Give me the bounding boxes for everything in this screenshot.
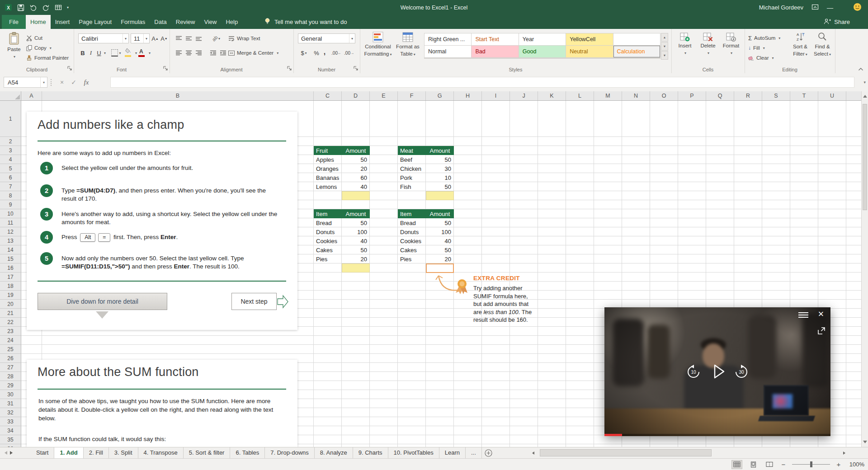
borders-button[interactable]: ▾	[110, 48, 123, 58]
column-header-F[interactable]: F	[398, 91, 426, 100]
enter-button[interactable]: ✓	[69, 77, 79, 88]
table-cell[interactable]: 60	[342, 173, 370, 182]
accounting-dropdown-icon[interactable]: ▾	[305, 51, 307, 55]
ribbon-tab-review[interactable]: Review	[171, 15, 200, 29]
sheet-tab-start[interactable]: Start	[31, 447, 54, 458]
copy-dropdown-icon[interactable]: ▾	[50, 46, 52, 50]
table-cell[interactable]: Bananas	[314, 173, 342, 182]
new-sheet-button[interactable]	[482, 447, 495, 458]
sheet-tab-1-add[interactable]: 1. Add	[54, 447, 83, 458]
table-cell[interactable]: Cookies	[398, 236, 426, 245]
zoom-percentage[interactable]: 100%	[847, 461, 864, 468]
zoom-slider-thumb[interactable]	[810, 461, 812, 467]
table-header-cell[interactable]: Item	[314, 209, 342, 218]
increase-indent-button[interactable]	[218, 48, 227, 58]
cell-style-blank[interactable]	[613, 33, 660, 45]
yellow-sum-cell-items[interactable]	[342, 263, 370, 273]
vscroll-thumb[interactable]	[863, 104, 867, 210]
sheet-nav-right-icon[interactable]	[5, 447, 17, 458]
video-play-icon[interactable]	[712, 363, 726, 381]
decrease-font-size-button[interactable]: A▼	[160, 33, 169, 43]
font-family-dropdown-icon[interactable]: ▾	[123, 34, 128, 43]
redo-button[interactable]	[42, 4, 50, 11]
borders-dropdown-icon[interactable]: ▾	[119, 51, 121, 55]
font-size-dropdown-icon[interactable]: ▾	[143, 34, 149, 43]
cell-style-bad[interactable]: Bad	[472, 46, 518, 57]
row-header-8[interactable]: 8	[0, 191, 21, 200]
insert-dropdown-icon[interactable]: ▾	[684, 50, 686, 56]
video-menu-icon[interactable]	[798, 312, 809, 320]
table-cell[interactable]: 50	[426, 218, 454, 227]
middle-align-button[interactable]	[184, 33, 193, 43]
column-header-R[interactable]: R	[734, 91, 762, 100]
row-header-34[interactable]: 34	[0, 426, 21, 435]
clipboard-dialog-launcher[interactable]	[67, 66, 72, 71]
save-button[interactable]	[17, 4, 24, 11]
row-header-11[interactable]: 11	[0, 218, 21, 227]
row-header-30[interactable]: 30	[0, 390, 21, 399]
ribbon-tab-page-layout[interactable]: Page Layout	[74, 15, 116, 29]
vertical-scrollbar[interactable]	[861, 91, 868, 447]
cell-style-good[interactable]: Good	[519, 46, 566, 57]
insert-cells-button[interactable]: Insert ▾	[674, 32, 696, 56]
fill-button[interactable]: ↓ Fill ▾	[748, 43, 765, 52]
top-align-button[interactable]	[174, 33, 183, 43]
normal-view-icon[interactable]	[731, 460, 742, 469]
autosum-dropdown-icon[interactable]: ▾	[778, 36, 780, 40]
row-header-10[interactable]: 10	[0, 209, 21, 218]
table-cell[interactable]: Cakes	[314, 245, 342, 254]
table-cell[interactable]: Pies	[314, 254, 342, 263]
table-cell[interactable]: 50	[426, 155, 454, 164]
comma-style-button[interactable]: ,	[321, 47, 328, 57]
table-cell[interactable]: 20	[342, 164, 370, 173]
row-header-28[interactable]: 28	[0, 372, 21, 381]
decrease-decimal-button[interactable]: .00→	[343, 48, 355, 58]
table-cell[interactable]: 20	[342, 254, 370, 263]
table-cell[interactable]: 50	[426, 245, 454, 254]
zoom-in-button[interactable]: +	[835, 461, 842, 468]
page-layout-view-icon[interactable]	[748, 460, 759, 469]
autosum-button[interactable]: Σ AutoSum ▾	[748, 33, 780, 42]
table-cell[interactable]: 40	[342, 236, 370, 245]
number-format-select[interactable]: General ▾	[298, 33, 355, 43]
next-step-button[interactable]: Next step	[231, 293, 277, 310]
row-header-22[interactable]: 22	[0, 318, 21, 327]
row-header-14[interactable]: 14	[0, 245, 21, 254]
ribbon-tab-formulas[interactable]: Formulas	[116, 15, 150, 29]
video-player[interactable]: × 10 30	[604, 307, 830, 436]
bottom-align-button[interactable]	[194, 33, 203, 43]
row-header-26[interactable]: 26	[0, 354, 21, 363]
vscroll-down-icon[interactable]	[862, 441, 868, 443]
user-name[interactable]: Michael Gordeev	[759, 4, 803, 11]
cell-style-start-text[interactable]: Start Text	[472, 33, 518, 45]
yellow-sum-cell-fruit[interactable]	[342, 191, 370, 200]
cancel-button[interactable]: ×	[57, 77, 67, 88]
row-header-20[interactable]: 20	[0, 300, 21, 309]
table-cell[interactable]: 50	[342, 218, 370, 227]
ribbon-tab-data[interactable]: Data	[150, 15, 171, 29]
table-cell[interactable]: Pork	[398, 173, 426, 182]
cell-style-neutral[interactable]: Neutral	[566, 46, 613, 57]
zoom-slider[interactable]	[792, 464, 830, 465]
underline-dropdown-icon[interactable]: ▾	[104, 51, 106, 55]
hscroll-right-icon[interactable]	[840, 448, 848, 458]
row-header-21[interactable]: 21	[0, 309, 21, 318]
sheet-tab-4-transpose[interactable]: 4. Transpose	[138, 447, 184, 458]
table-header-cell[interactable]: Fruit	[314, 146, 342, 155]
row-header-29[interactable]: 29	[0, 381, 21, 390]
formula-input[interactable]	[110, 77, 854, 88]
table-header-cell[interactable]: Meat	[398, 146, 426, 155]
sheet-tab-5-sort-filter[interactable]: 5. Sort & filter	[184, 447, 231, 458]
table-cell[interactable]: Chicken	[398, 164, 426, 173]
column-header-K[interactable]: K	[538, 91, 566, 100]
paste-button[interactable]: Paste ▾	[4, 32, 24, 60]
ribbon-display-options-icon[interactable]	[811, 4, 819, 12]
row-header-15[interactable]: 15	[0, 254, 21, 263]
table-cell[interactable]: 50	[342, 155, 370, 164]
format-painter-button[interactable]: Format Painter	[26, 53, 69, 62]
row-header-12[interactable]: 12	[0, 227, 21, 236]
ribbon-tab-insert[interactable]: Insert	[51, 15, 75, 29]
row-header-1[interactable]: 1	[0, 101, 21, 137]
column-header-E[interactable]: E	[370, 91, 398, 100]
alignment-dialog-launcher[interactable]	[287, 66, 292, 71]
